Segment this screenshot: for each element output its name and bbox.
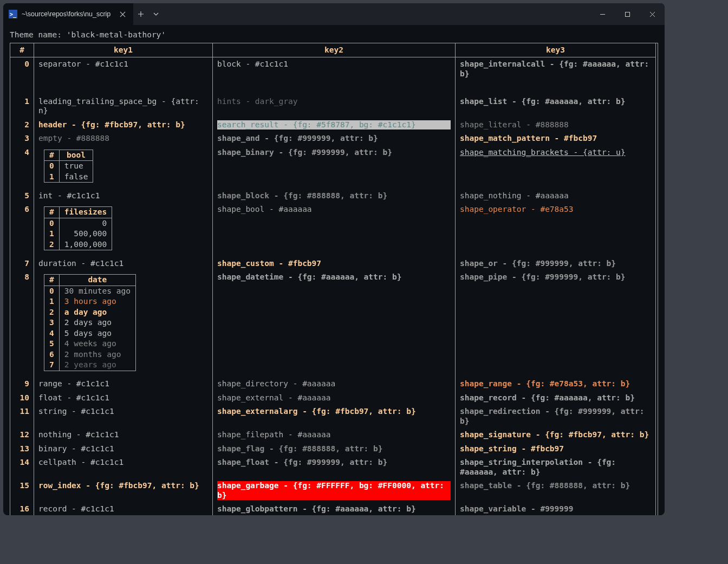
table-cell: #bool0true1false [34, 146, 213, 189]
header-num: # [10, 43, 34, 58]
table-cell: nothing - #c1c1c1 [34, 428, 213, 442]
table-cell: shape_table - {fg: #888888, attr: b} [456, 479, 656, 502]
row-number: 11 [10, 405, 34, 428]
table-cell: shape_custom - #fbcb97 [213, 257, 456, 271]
tabbar [133, 3, 590, 25]
table-cell: separator - #c1c1c1 [34, 57, 213, 81]
table-cell [456, 81, 656, 95]
header-k1: key1 [34, 43, 213, 58]
row-number: 4 [10, 146, 34, 189]
row-number: 0 [10, 57, 34, 81]
window-controls [590, 3, 665, 25]
table-cell: shape_and - {fg: #999999, attr: b} [213, 132, 456, 146]
minimize-button[interactable] [590, 3, 615, 25]
row-number: 6 [10, 203, 34, 257]
table-cell: shape_variable - #999999 [456, 502, 656, 515]
table-cell: shape_externalarg - {fg: #fbcb97, attr: … [213, 405, 456, 428]
row-number: 12 [10, 428, 34, 442]
tab-dropdown-button[interactable] [148, 7, 164, 22]
table-cell: shape_filepath - #aaaaaa [213, 428, 456, 442]
terminal-body[interactable]: Theme name: 'black-metal-bathory' #key1k… [3, 25, 665, 515]
row-number: 5 [10, 189, 34, 203]
table-cell: shape_internalcall - {fg: #aaaaaa, attr:… [456, 57, 656, 81]
mini-table: #date030 minutes ago13 hours ago2a day a… [44, 274, 136, 371]
table-cell: shape_list - {fg: #aaaaaa, attr: b} [456, 95, 656, 118]
theme-table: #key1key2key30separator - #c1c1c1block -… [10, 43, 658, 516]
mini-table: #filesizes001500,00021,000,000 [44, 206, 112, 250]
row-number: 8 [10, 270, 34, 377]
mini-table: #bool0true1false [44, 150, 93, 183]
table-cell: shape_matching_brackets - {attr: u} [456, 146, 656, 189]
row-number: 3 [10, 132, 34, 146]
close-window-button[interactable] [640, 3, 665, 25]
table-cell: leading_trailing_space_bg - {attr: n} [34, 95, 213, 118]
table-cell: shape_float - {fg: #999999, attr: b} [213, 456, 456, 479]
terminal-window: >_ ~\source\repos\forks\nu_scrip [3, 3, 665, 515]
table-cell: block - #c1c1c1 [213, 57, 456, 81]
row-number: 10 [10, 391, 34, 405]
tab-close-button[interactable] [115, 7, 130, 22]
table-cell: binary - #c1c1c1 [34, 442, 213, 456]
svg-rect-0 [625, 12, 629, 16]
table-cell: shape_flag - {fg: #888888, attr: b} [213, 442, 456, 456]
table-cell: shape_or - {fg: #999999, attr: b} [456, 257, 656, 271]
table-cell: #date030 minutes ago13 hours ago2a day a… [34, 270, 213, 377]
row-number: 14 [10, 456, 34, 479]
table-cell: duration - #c1c1c1 [34, 257, 213, 271]
table-cell: shape_garbage - {fg: #FFFFFF, bg: #FF000… [213, 479, 456, 502]
titlebar: >_ ~\source\repos\forks\nu_scrip [3, 3, 665, 25]
table-cell: shape_external - #aaaaaa [213, 391, 456, 405]
table-cell: shape_directory - #aaaaaa [213, 377, 456, 391]
new-tab-button[interactable] [133, 7, 148, 22]
tab-active[interactable]: >_ ~\source\repos\forks\nu_scrip [3, 3, 133, 25]
table-cell [34, 81, 213, 95]
table-cell: empty - #888888 [34, 132, 213, 146]
table-cell: shape_range - {fg: #e78a53, attr: b} [456, 377, 656, 391]
table-cell: shape_nothing - #aaaaaa [456, 189, 656, 203]
header-k3: key3 [456, 43, 656, 58]
table-cell: shape_operator - #e78a53 [456, 203, 656, 257]
table-cell: shape_signature - {fg: #fbcb97, attr: b} [456, 428, 656, 442]
table-cell: #filesizes001500,00021,000,000 [34, 203, 213, 257]
row-number: 15 [10, 479, 34, 502]
table-cell: range - #c1c1c1 [34, 377, 213, 391]
table-cell: float - #c1c1c1 [34, 391, 213, 405]
row-number: 13 [10, 442, 34, 456]
table-cell: hints - dark_gray [213, 95, 456, 118]
theme-name-line: Theme name: 'black-metal-bathory' [10, 30, 658, 40]
table-cell: shape_string - #fbcb97 [456, 442, 656, 456]
maximize-button[interactable] [615, 3, 640, 25]
table-cell: header - {fg: #fbcb97, attr: b} [34, 118, 213, 132]
table-cell [213, 81, 456, 95]
header-k2: key2 [213, 43, 456, 58]
table-cell: cellpath - #c1c1c1 [34, 456, 213, 479]
table-cell: shape_redirection - {fg: #999999, attr: … [456, 405, 656, 428]
table-cell: int - #c1c1c1 [34, 189, 213, 203]
table-cell: shape_record - {fg: #aaaaaa, attr: b} [456, 391, 656, 405]
table-cell: shape_block - {fg: #888888, attr: b} [213, 189, 456, 203]
tab-title: ~\source\repos\forks\nu_scrip [22, 10, 110, 18]
powershell-icon: >_ [9, 10, 17, 18]
table-cell: record - #c1c1c1 [34, 502, 213, 515]
row-number [10, 81, 34, 95]
row-number: 7 [10, 257, 34, 271]
table-cell: shape_match_pattern - #fbcb97 [456, 132, 656, 146]
row-number: 9 [10, 377, 34, 391]
table-cell: shape_globpattern - {fg: #aaaaaa, attr: … [213, 502, 456, 515]
table-cell: string - #c1c1c1 [34, 405, 213, 428]
table-cell: shape_string_interpolation - {fg: #aaaaa… [456, 456, 656, 479]
table-cell: shape_bool - #aaaaaa [213, 203, 456, 257]
table-cell: shape_datetime - {fg: #aaaaaa, attr: b} [213, 270, 456, 377]
row-number: 16 [10, 502, 34, 515]
table-cell: shape_binary - {fg: #999999, attr: b} [213, 146, 456, 189]
table-cell: search_result - {fg: #5f8787, bg: #c1c1c… [213, 118, 456, 132]
table-cell: row_index - {fg: #fbcb97, attr: b} [34, 479, 213, 502]
row-number: 2 [10, 118, 34, 132]
table-cell: shape_literal - #888888 [456, 118, 656, 132]
row-number: 1 [10, 95, 34, 118]
table-cell: shape_pipe - {fg: #999999, attr: b} [456, 270, 656, 377]
